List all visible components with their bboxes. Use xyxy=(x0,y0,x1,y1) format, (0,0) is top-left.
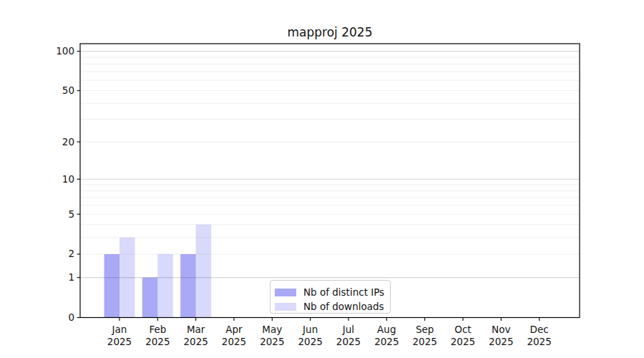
x-tick-label-year: 2025 xyxy=(412,336,436,347)
x-tick-label-month: Sep xyxy=(416,324,434,335)
x-tick-label-year: 2025 xyxy=(374,336,399,347)
x-tick-label-month: Oct xyxy=(454,324,471,335)
x-tick-label-month: Feb xyxy=(149,324,166,335)
y-tick-label: 100 xyxy=(56,45,74,57)
x-tick-label-year: 2025 xyxy=(451,336,475,347)
x-tick-label-month: Nov xyxy=(492,324,510,335)
bar-layer xyxy=(104,225,212,318)
y-tick-label: 1 xyxy=(68,271,74,283)
x-tick-label-year: 2025 xyxy=(183,336,208,347)
x-tick-label-month: May xyxy=(262,324,282,335)
x-tick-label-month: Jan xyxy=(112,324,127,335)
x-tick-label-year: 2025 xyxy=(489,336,513,347)
legend-swatch-downloads xyxy=(275,303,296,311)
x-tick-label-month: Mar xyxy=(187,324,205,335)
bar-feb-series1 xyxy=(157,254,173,318)
x-tick-label-year: 2025 xyxy=(222,336,246,347)
x-tick-label-month: Apr xyxy=(225,324,243,335)
x-tick-label-month: Dec xyxy=(530,324,549,335)
x-tick-label-year: 2025 xyxy=(298,336,322,347)
plot-border xyxy=(80,44,580,318)
y-tick-label: 20 xyxy=(62,136,74,147)
legend-item-distinct-ips: Nb of distinct IPs xyxy=(275,285,390,299)
bar-feb-series0 xyxy=(142,278,158,318)
download-stats-chart: 0125102050100Jan2025Feb2025Mar2025Apr202… xyxy=(0,0,644,358)
bar-jan-series1 xyxy=(119,238,135,318)
legend-item-downloads: Nb of downloads xyxy=(275,299,390,314)
legend: Nb of distinct IPs Nb of downloads xyxy=(270,280,391,314)
x-tick-label-year: 2025 xyxy=(336,336,361,347)
chart-title: mapproj 2025 xyxy=(288,25,373,39)
x-tick-label-year: 2025 xyxy=(145,336,170,347)
y-tick-label: 50 xyxy=(62,84,74,96)
x-tick-label-year: 2025 xyxy=(107,336,132,347)
bar-mar-series0 xyxy=(180,254,196,318)
bar-mar-series1 xyxy=(196,225,212,318)
bar-jan-series0 xyxy=(104,254,120,318)
y-tick-label: 10 xyxy=(62,173,74,185)
legend-label-distinct-ips: Nb of distinct IPs xyxy=(303,286,384,298)
legend-swatch-distinct-ips xyxy=(275,289,296,296)
x-tick-label-year: 2025 xyxy=(527,336,551,347)
x-tick-label-year: 2025 xyxy=(260,336,284,347)
x-tick-label-month: Jul xyxy=(342,324,354,335)
grid-layer xyxy=(80,52,580,278)
y-tick-label: 5 xyxy=(68,208,74,220)
y-tick-label: 0 xyxy=(68,311,74,323)
x-tick-label-month: Aug xyxy=(377,324,396,335)
legend-label-downloads: Nb of downloads xyxy=(303,301,384,312)
x-tick-label-month: Jun xyxy=(302,324,318,335)
y-tick-label: 2 xyxy=(68,248,74,259)
